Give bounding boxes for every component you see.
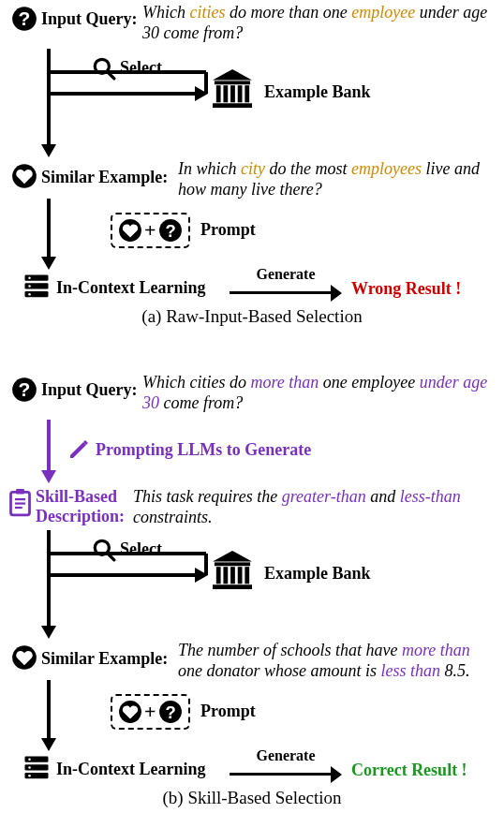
search-icon-a (92, 56, 116, 81)
svg-rect-16 (245, 85, 249, 102)
input-query-label-b: Input Query: (41, 380, 138, 400)
heart-icon-b (11, 644, 37, 671)
heart-icon-a (11, 163, 37, 189)
prompt-label-b: Prompt (200, 702, 256, 721)
svg-text:?: ? (165, 702, 175, 722)
in-context-label-b: In-Context Learning (56, 760, 206, 779)
prompt-label-a: Prompt (200, 220, 256, 240)
arrow-down-a2 (37, 199, 66, 272)
svg-line-9 (107, 71, 114, 79)
prompt-box-a: + ? (111, 213, 190, 248)
svg-rect-15 (238, 85, 243, 102)
svg-point-65 (28, 766, 31, 769)
arrow-down-b2 (37, 680, 66, 753)
in-context-label-a: In-Context Learning (56, 278, 206, 298)
svg-rect-51 (230, 567, 235, 584)
bank-icon-b (211, 551, 254, 590)
pencil-icon (67, 438, 90, 461)
svg-rect-35 (16, 489, 24, 495)
plus-icon: + (144, 702, 156, 722)
svg-rect-50 (223, 567, 228, 584)
input-query-label-a: Input Query: (41, 9, 138, 29)
question-mark-icon: ? (158, 700, 183, 724)
svg-marker-40 (41, 626, 56, 639)
heart-icon (118, 700, 142, 724)
bank-icon-a (211, 69, 254, 109)
svg-rect-54 (213, 584, 252, 589)
similar-example-text-b: The number of schools that have more tha… (178, 641, 497, 681)
icon-row-a1: ? (11, 6, 37, 32)
svg-marker-33 (41, 470, 56, 483)
svg-rect-12 (216, 85, 221, 102)
question-mark-icon: ? (158, 218, 183, 243)
svg-rect-13 (223, 85, 228, 102)
svg-rect-48 (215, 562, 250, 566)
select-label-a: Select (120, 58, 162, 78)
example-bank-label-a: Example Bank (264, 82, 371, 102)
prompting-llms-label: Prompting LLMs to Generate (96, 440, 311, 460)
svg-marker-47 (213, 551, 252, 561)
similar-example-text-a: In which city do the most employees live… (178, 159, 497, 200)
svg-text:?: ? (19, 7, 31, 29)
search-icon-b (92, 538, 116, 562)
generate-arrow-a: Generate (230, 266, 342, 294)
similar-example-label-a: Similar Example: (41, 168, 168, 187)
icon-row-b1: ? (11, 377, 37, 403)
caption-b: (b) Skill-Based Selection (0, 788, 504, 808)
arrow-down-purple (37, 420, 66, 485)
heart-icon (118, 218, 142, 243)
figure: ? Input Query: Which cities do more than… (0, 0, 504, 813)
server-icon-a (22, 273, 51, 301)
plus-icon: + (144, 220, 156, 241)
svg-point-29 (28, 293, 31, 296)
skill-description-text: This task requires the greater-than and … (133, 487, 498, 527)
input-query-text-b: Which cities do more than one employee u… (142, 373, 494, 413)
svg-rect-14 (230, 85, 235, 102)
svg-text:?: ? (19, 378, 31, 400)
svg-marker-57 (41, 738, 56, 751)
caption-a: (a) Raw-Input-Based Selection (0, 306, 504, 327)
question-mark-icon: ? (11, 377, 37, 403)
clipboard-icon (7, 489, 33, 517)
svg-rect-17 (213, 103, 252, 108)
svg-text:?: ? (165, 221, 175, 241)
server-icon-b (22, 754, 51, 782)
question-mark-icon: ? (11, 6, 37, 32)
svg-point-27 (28, 276, 31, 279)
select-label-b: Select (120, 540, 162, 559)
input-query-text-a: Which cities do more than one employee u… (142, 3, 489, 43)
svg-marker-20 (41, 257, 56, 270)
svg-rect-53 (245, 567, 249, 584)
prompt-box-b: + ? (111, 694, 190, 730)
wrong-result: Wrong Result ! (351, 279, 461, 299)
svg-marker-10 (213, 69, 252, 80)
svg-rect-11 (215, 81, 250, 84)
svg-point-66 (28, 775, 31, 777)
svg-rect-52 (238, 567, 243, 584)
svg-marker-3 (41, 144, 56, 157)
similar-example-label-b: Similar Example: (41, 649, 168, 669)
svg-rect-49 (216, 567, 221, 584)
svg-line-46 (107, 553, 114, 560)
skill-description-label: Skill-BasedDescription: (36, 487, 125, 525)
svg-point-28 (28, 285, 31, 288)
example-bank-label-b: Example Bank (264, 564, 371, 584)
generate-arrow-b: Generate (230, 747, 342, 776)
correct-result: Correct Result ! (351, 761, 467, 780)
svg-point-64 (28, 758, 31, 761)
